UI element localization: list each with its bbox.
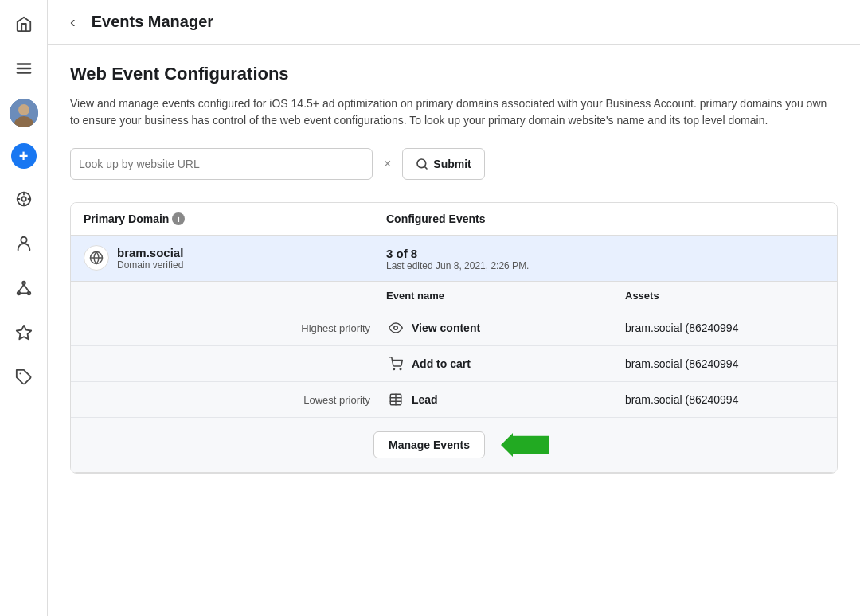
col1-label: Primary Domain <box>84 212 169 225</box>
priority-highest: Highest priority <box>84 322 386 334</box>
domain-row[interactable]: bram.social Domain verified 3 of 8 Last … <box>71 236 837 282</box>
page-description: View and manage events configured for iO… <box>70 96 835 129</box>
event-name-1: View content <box>412 322 480 334</box>
event-name-3: Lead <box>412 393 438 406</box>
search-icon <box>416 158 428 170</box>
svg-point-25 <box>394 326 398 330</box>
globe-icon <box>84 245 109 271</box>
domain-details: bram.social Domain verified <box>117 246 183 271</box>
domain-name: bram.social <box>117 246 183 259</box>
domain-verified: Domain verified <box>117 259 183 271</box>
event-add-to-cart: Add to cart <box>386 354 625 373</box>
topbar: ‹ Events Manager <box>48 0 860 45</box>
priority-lowest: Lowest priority <box>84 394 386 406</box>
add-button[interactable]: + <box>11 143 37 169</box>
sidebar-item-dashboard[interactable] <box>10 185 38 213</box>
search-bar: × Submit <box>70 148 838 180</box>
clear-button[interactable]: × <box>379 155 396 173</box>
assets-1: bram.social (86240994 <box>625 322 824 334</box>
sidebar-item-people[interactable] <box>10 229 38 258</box>
events-count: 3 of 8 <box>386 247 824 260</box>
svg-point-26 <box>393 368 395 370</box>
svg-point-4 <box>18 104 29 115</box>
topbar-title: Events Manager <box>92 13 213 31</box>
info-icon[interactable]: i <box>172 212 185 225</box>
sub-col2-header: Event name <box>386 290 625 302</box>
svg-point-7 <box>22 197 26 201</box>
col2-label: Configured Events <box>386 212 485 225</box>
add-to-cart-icon <box>386 354 405 373</box>
event-row-1: Highest priority View content bram.socia… <box>71 310 837 346</box>
submit-label: Submit <box>433 158 471 170</box>
lead-icon <box>386 390 405 409</box>
sub-col1-header <box>84 290 386 302</box>
search-input[interactable] <box>79 158 364 170</box>
svg-marker-19 <box>16 326 30 339</box>
sidebar-item-favorites[interactable] <box>10 318 38 347</box>
event-name-2: Add to cart <box>412 357 471 370</box>
sidebar-item-tags[interactable] <box>10 363 38 392</box>
configured-events-info: 3 of 8 Last edited Jun 8, 2021, 2:26 PM. <box>386 245 824 271</box>
svg-marker-32 <box>501 433 549 457</box>
sub-col3-header: Assets <box>625 290 824 302</box>
event-lead: Lead <box>386 390 625 409</box>
assets-2: bram.social (86240994 <box>625 357 824 370</box>
page-title: Web Event Configurations <box>70 64 838 84</box>
sub-table-header: Event name Assets <box>71 282 837 310</box>
sidebar-item-home[interactable] <box>10 10 38 38</box>
search-input-wrap <box>70 148 373 180</box>
view-content-icon <box>386 318 405 337</box>
domain-table: Primary Domain i Configured Events <box>70 202 838 474</box>
submit-button[interactable]: Submit <box>402 148 484 180</box>
events-edited: Last edited Jun 8, 2021, 2:26 PM. <box>386 260 824 271</box>
col-primary-domain: Primary Domain i <box>84 212 386 225</box>
svg-line-16 <box>18 284 23 291</box>
back-button[interactable]: ‹ <box>64 10 82 34</box>
domain-info: bram.social Domain verified <box>84 245 386 271</box>
table-header: Primary Domain i Configured Events <box>71 203 837 236</box>
svg-point-12 <box>21 237 26 243</box>
content-area: Web Event Configurations View and manage… <box>48 45 860 616</box>
sidebar: + <box>0 0 48 616</box>
arrow-indicator <box>501 431 549 459</box>
assets-3: bram.social (86240994 <box>625 393 824 406</box>
sidebar-item-connections[interactable] <box>10 274 38 302</box>
main-content: ‹ Events Manager Web Event Configuration… <box>48 0 860 616</box>
event-row-3: Lowest priority Lead bram.social <box>71 382 837 418</box>
svg-line-22 <box>424 166 427 169</box>
manage-events-row: Manage Events <box>71 418 837 472</box>
event-row-2: Add to cart bram.social (86240994 <box>71 346 837 382</box>
svg-line-17 <box>24 284 29 291</box>
event-view-content: View content <box>386 318 625 337</box>
manage-events-button[interactable]: Manage Events <box>373 431 485 458</box>
avatar[interactable] <box>10 99 38 127</box>
events-sub-table: Event name Assets Highest priority View <box>71 282 837 473</box>
sidebar-item-menu[interactable] <box>10 54 38 83</box>
svg-point-27 <box>400 368 401 370</box>
col-configured-events: Configured Events <box>386 212 824 225</box>
